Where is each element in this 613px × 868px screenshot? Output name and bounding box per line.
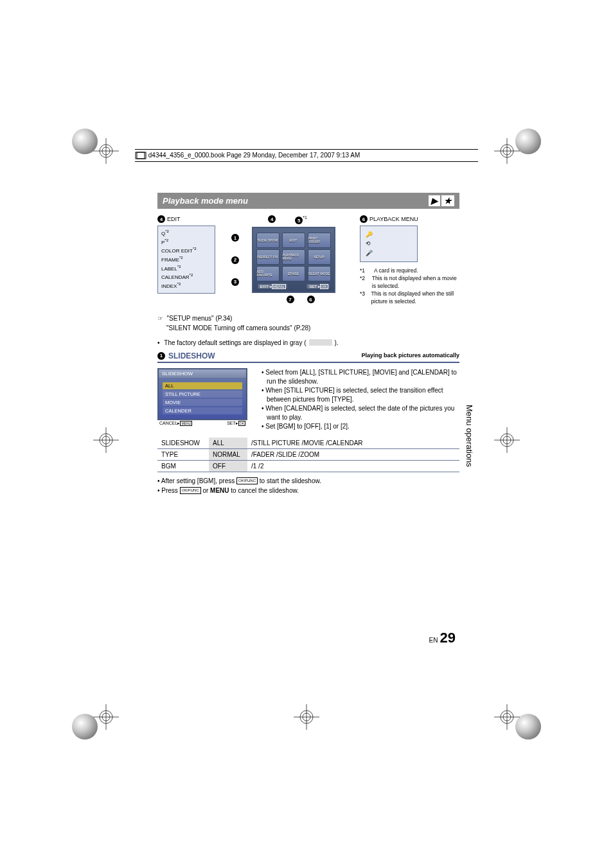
slideshow-subtitle: Playing back pictures automatically bbox=[361, 352, 459, 359]
menu-cell: PRINT ORDER bbox=[308, 233, 331, 248]
lcd-title: SLIDESHOW bbox=[159, 369, 246, 378]
section-title: Playback mode menu bbox=[163, 196, 248, 206]
callout-3: 3 bbox=[231, 278, 239, 286]
slideshow-num: 1 bbox=[157, 352, 165, 360]
table-row: TYPE NORMAL /FADER /SLIDE /ZOOM bbox=[157, 448, 459, 460]
lcd-item: STILL PICTURE bbox=[163, 391, 242, 398]
registration-mark bbox=[90, 424, 122, 456]
gray-swatch bbox=[309, 339, 332, 346]
callout-2: 2 bbox=[231, 256, 239, 264]
play-icon: ▶ bbox=[429, 195, 440, 206]
menu-cell: SLIDE SHOW bbox=[256, 233, 280, 248]
registration-mark bbox=[491, 424, 523, 456]
voice-icon: 🎤 bbox=[366, 249, 412, 258]
menu-cell: ERASE bbox=[282, 266, 305, 281]
ok-func-button-icon: OK/FUNC bbox=[180, 487, 201, 494]
callout-6: 6 bbox=[307, 296, 315, 303]
section-title-bar: Playback mode menu ▶ ★ bbox=[157, 193, 459, 209]
registration-mark bbox=[491, 135, 523, 167]
footnotes: *1A card is required. *2This is not disp… bbox=[360, 267, 459, 305]
header-text: d4344_4356_e_0000.book Page 29 Monday, D… bbox=[148, 152, 360, 159]
protect-icon: 🔑 bbox=[366, 230, 412, 239]
table-row: SLIDESHOW ALL /STILL PICTURE /MOVIE /CAL… bbox=[157, 438, 459, 449]
lcd-item: MOVIE bbox=[163, 399, 242, 406]
factory-note: • The factory default settings are displ… bbox=[157, 339, 459, 346]
hand-pointer-icon: ☞ bbox=[157, 315, 163, 322]
registration-mark bbox=[290, 701, 323, 733]
registration-mark bbox=[90, 701, 122, 733]
menu-cell: PLAYBACK MENU bbox=[282, 249, 305, 265]
playback-menu-box: 🔑 ⟲ 🎤 bbox=[360, 226, 418, 262]
menu-grid: SLIDE SHOW EDIT PRINT ORDER PERFECT FIX … bbox=[252, 227, 335, 293]
registration-mark bbox=[90, 135, 122, 167]
edit-box: Q*2 P*2 COLOR EDIT*2 FRAME*2 LABEL*2 CAL… bbox=[157, 226, 215, 294]
callout-4: 4 bbox=[157, 215, 165, 223]
slideshow-bullets: Select from [ALL], [STILL PICTURE], [MOV… bbox=[260, 368, 459, 431]
side-tab-label: Menu operations bbox=[465, 405, 474, 467]
slideshow-header: 1 SLIDESHOW Playing back pictures automa… bbox=[157, 351, 459, 363]
registration-mark bbox=[491, 701, 523, 733]
rotate-icon: ⟲ bbox=[366, 239, 412, 248]
settings-table: SLIDESHOW ALL /STILL PICTURE /MOVIE /CAL… bbox=[157, 438, 459, 472]
edit-label: 4 EDIT bbox=[157, 215, 215, 223]
playback-menu-label: 6 PLAYBACK MENU bbox=[360, 215, 459, 223]
table-row: BGM OFF /1 /2 bbox=[157, 460, 459, 472]
lcd-screen: SLIDESHOW ALL STILL PICTURE MOVIE CALEND… bbox=[157, 368, 247, 420]
menu-cell: EDIT bbox=[282, 233, 305, 248]
page-header: d4344_4356_e_0000.book Page 29 Monday, D… bbox=[135, 149, 478, 162]
after-notes: • After setting [BGM], press OK/FUNC to … bbox=[157, 476, 459, 495]
menu-cell: PERFECT FIX bbox=[256, 249, 280, 265]
lcd-item: CALENDER bbox=[163, 407, 242, 414]
callout-4b: 4 bbox=[268, 215, 276, 223]
menu-cell: ADD FAVORITE bbox=[256, 266, 280, 281]
slideshow-title: SLIDESHOW bbox=[168, 351, 215, 360]
reference-block: ☞ "SETUP menus" (P.34) "SILENT MODE Turn… bbox=[157, 314, 459, 333]
menu-cell: SILENT MODE bbox=[308, 266, 331, 281]
lcd-item: ALL bbox=[163, 382, 242, 389]
callout-6b: 6 bbox=[360, 215, 368, 223]
star-icon: ★ bbox=[441, 195, 454, 206]
page-number: EN 29 bbox=[429, 630, 456, 646]
callout-7: 7 bbox=[287, 296, 294, 303]
ok-func-button-icon: OK/FUNC bbox=[236, 477, 258, 484]
lcd-footer: CANCEL▸MENU SET▸OK bbox=[157, 420, 247, 427]
callout-5: 5 bbox=[295, 217, 303, 224]
callout-1: 1 bbox=[231, 234, 239, 242]
menu-cell: SETUP bbox=[308, 249, 331, 265]
